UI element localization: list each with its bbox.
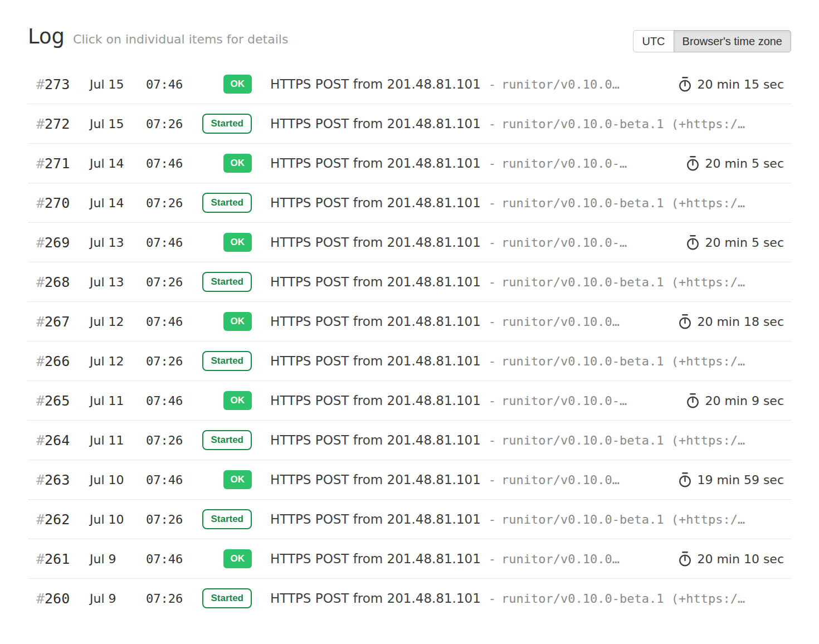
- stopwatch-icon: [686, 393, 700, 409]
- status-badge: OK: [223, 233, 252, 252]
- log-row[interactable]: #261 Jul 9 07:46 OK HTTPS POST from 201.…: [28, 539, 791, 578]
- entry-number: #267: [28, 314, 90, 330]
- status-badge: Started: [202, 588, 252, 608]
- entry-hash: #: [36, 432, 45, 448]
- entry-number: #273: [28, 76, 90, 92]
- duration-text: 20 min 5 sec: [705, 157, 784, 170]
- duration-text: 20 min 9 sec: [705, 394, 784, 408]
- log-page: Log Click on individual items for detail…: [0, 0, 819, 618]
- status-badge-cell: Started: [196, 509, 252, 529]
- entry-hash: #: [36, 235, 45, 251]
- status-badge: OK: [223, 470, 252, 489]
- entry-date: Jul 15: [90, 117, 146, 131]
- status-badge-cell: Started: [196, 430, 252, 450]
- user-agent-text: runitor/v0.10.0…: [501, 77, 620, 91]
- entry-number-value: 273: [45, 76, 70, 92]
- dash-separator: -: [489, 394, 496, 408]
- stopwatch-icon: [678, 472, 692, 488]
- dash-separator: -: [489, 513, 496, 526]
- user-agent-text: runitor/v0.10.0-beta.1 (+https:/…: [501, 275, 745, 289]
- log-row[interactable]: #264 Jul 11 07:26 Started HTTPS POST fro…: [28, 420, 791, 460]
- status-badge-cell: OK: [196, 154, 252, 173]
- log-row[interactable]: #262 Jul 10 07:26 Started HTTPS POST fro…: [28, 499, 791, 539]
- timezone-toggle: UTC Browser's time zone: [633, 30, 791, 52]
- stopwatch-icon: [686, 235, 700, 251]
- dash-separator: -: [489, 552, 496, 566]
- duration: 19 min 59 sec: [678, 472, 791, 488]
- entry-time: 07:46: [146, 552, 196, 566]
- entry-date: Jul 10: [90, 473, 146, 487]
- entry-time: 07:26: [146, 354, 196, 368]
- status-badge-cell: Started: [196, 193, 252, 213]
- status-badge-cell: OK: [196, 549, 252, 568]
- status-badge: Started: [202, 193, 252, 213]
- entry-description: HTTPS POST from 201.48.81.101 - runitor/…: [270, 512, 791, 526]
- status-badge-cell: Started: [196, 272, 252, 292]
- entry-number-value: 263: [45, 472, 70, 488]
- duration: 20 min 5 sec: [686, 155, 791, 172]
- log-row[interactable]: #263 Jul 10 07:46 OK HTTPS POST from 201…: [28, 460, 791, 499]
- event-text: HTTPS POST from 201.48.81.101: [270, 552, 481, 566]
- user-agent-text: runitor/v0.10.0-beta.1 (+https:/…: [501, 354, 745, 368]
- log-row[interactable]: #273 Jul 15 07:46 OK HTTPS POST from 201…: [28, 65, 791, 104]
- status-badge: Started: [202, 114, 252, 134]
- entry-description: HTTPS POST from 201.48.81.101 - runitor/…: [270, 591, 791, 606]
- entry-time: 07:46: [146, 77, 196, 91]
- entry-hash: #: [36, 195, 45, 211]
- log-row[interactable]: #268 Jul 13 07:26 Started HTTPS POST fro…: [28, 262, 791, 301]
- entry-number: #268: [28, 274, 90, 290]
- status-badge: OK: [223, 75, 252, 94]
- entry-hash: #: [36, 274, 45, 290]
- entry-time: 07:46: [146, 473, 196, 487]
- stopwatch-icon: [678, 314, 692, 330]
- utc-button[interactable]: UTC: [633, 30, 674, 52]
- duration: 20 min 9 sec: [686, 393, 791, 409]
- log-row[interactable]: #265 Jul 11 07:46 OK HTTPS POST from 201…: [28, 380, 791, 420]
- log-row[interactable]: #267 Jul 12 07:46 OK HTTPS POST from 201…: [28, 301, 791, 341]
- event-text: HTTPS POST from 201.48.81.101: [270, 314, 481, 329]
- title-wrap: Log Click on individual items for detail…: [28, 26, 288, 48]
- duration-text: 20 min 15 sec: [697, 77, 784, 91]
- entry-hash: #: [36, 472, 45, 488]
- log-row[interactable]: #270 Jul 14 07:26 Started HTTPS POST fro…: [28, 183, 791, 222]
- duration: 20 min 5 sec: [686, 235, 791, 251]
- status-badge-cell: OK: [196, 312, 252, 331]
- log-row[interactable]: #266 Jul 12 07:26 Started HTTPS POST fro…: [28, 341, 791, 380]
- event-text: HTTPS POST from 201.48.81.101: [270, 196, 481, 210]
- entry-description: HTTPS POST from 201.48.81.101 - runitor/…: [270, 116, 791, 131]
- dash-separator: -: [489, 354, 496, 368]
- dash-separator: -: [489, 117, 496, 131]
- entry-description: HTTPS POST from 201.48.81.101 - runitor/…: [270, 235, 679, 250]
- entry-hash: #: [36, 155, 45, 172]
- browser-timezone-button[interactable]: Browser's time zone: [674, 30, 791, 52]
- user-agent-text: runitor/v0.10.0…: [501, 473, 620, 487]
- entry-date: Jul 9: [90, 592, 146, 606]
- entry-description: HTTPS POST from 201.48.81.101 - runitor/…: [270, 77, 671, 91]
- entry-description: HTTPS POST from 201.48.81.101 - runitor/…: [270, 196, 791, 210]
- duration-text: 20 min 5 sec: [705, 236, 784, 250]
- entry-time: 07:46: [146, 157, 196, 170]
- log-row[interactable]: #260 Jul 9 07:26 Started HTTPS POST from…: [28, 578, 791, 618]
- duration-text: 20 min 18 sec: [697, 315, 784, 329]
- entry-time: 07:46: [146, 315, 196, 329]
- duration: 20 min 18 sec: [678, 314, 791, 330]
- entry-hash: #: [36, 314, 45, 330]
- event-text: HTTPS POST from 201.48.81.101: [270, 433, 481, 447]
- dash-separator: -: [489, 315, 496, 329]
- dash-separator: -: [489, 473, 496, 487]
- log-row[interactable]: #269 Jul 13 07:46 OK HTTPS POST from 201…: [28, 222, 791, 262]
- user-agent-text: runitor/v0.10.0-beta.1 (+https:/…: [501, 117, 745, 131]
- entry-number: #269: [28, 235, 90, 251]
- log-row[interactable]: #272 Jul 15 07:26 Started HTTPS POST fro…: [28, 104, 791, 143]
- entry-date: Jul 11: [90, 433, 146, 447]
- entry-time: 07:26: [146, 275, 196, 289]
- status-badge-cell: OK: [196, 233, 252, 252]
- status-badge: Started: [202, 351, 252, 371]
- entry-number-value: 266: [45, 353, 70, 369]
- entry-date: Jul 12: [90, 354, 146, 368]
- entry-hash: #: [36, 76, 45, 92]
- log-row[interactable]: #271 Jul 14 07:46 OK HTTPS POST from 201…: [28, 143, 791, 183]
- entry-date: Jul 10: [90, 513, 146, 526]
- entry-number: #271: [28, 155, 90, 172]
- entry-number-value: 270: [45, 195, 70, 211]
